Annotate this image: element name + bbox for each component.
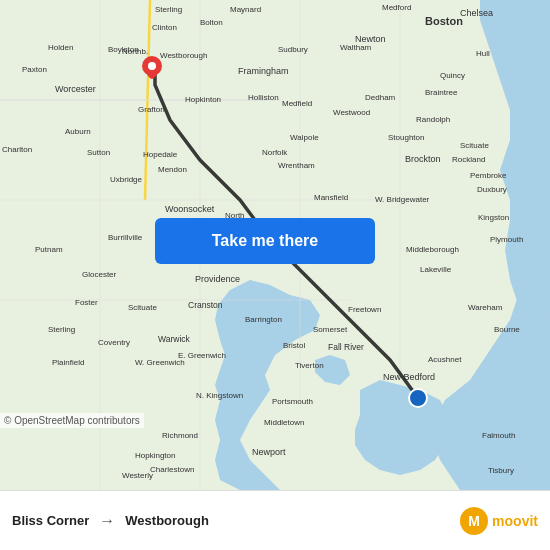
svg-text:Bristol: Bristol — [283, 341, 305, 350]
svg-text:N. Kingstown: N. Kingstown — [196, 391, 243, 400]
origin-label: Bliss Corner — [12, 513, 89, 528]
svg-text:Grafton: Grafton — [138, 105, 165, 114]
svg-text:Hopedale: Hopedale — [143, 150, 178, 159]
svg-text:Portsmouth: Portsmouth — [272, 397, 313, 406]
svg-text:Foster: Foster — [75, 298, 98, 307]
svg-text:Norfolk: Norfolk — [262, 148, 288, 157]
svg-text:Uxbridge: Uxbridge — [110, 175, 143, 184]
svg-text:Rockland: Rockland — [452, 155, 485, 164]
svg-text:Charlestown: Charlestown — [150, 465, 194, 474]
svg-text:Westborough: Westborough — [160, 51, 207, 60]
svg-point-96 — [148, 62, 156, 70]
map-container: Boston Chelsea Newton Framingham Westbor… — [0, 0, 550, 490]
svg-text:Falmouth: Falmouth — [482, 431, 515, 440]
moovit-logo: M moovit — [460, 507, 538, 535]
svg-text:Northb.: Northb. — [122, 47, 148, 56]
svg-text:Coventry: Coventry — [98, 338, 130, 347]
svg-text:Warwick: Warwick — [158, 334, 191, 344]
svg-text:Charlton: Charlton — [2, 145, 32, 154]
svg-text:Holden: Holden — [48, 43, 73, 52]
svg-text:Hopkington: Hopkington — [135, 451, 175, 460]
svg-text:Paxton: Paxton — [22, 65, 47, 74]
svg-text:Richmond: Richmond — [162, 431, 198, 440]
moovit-text: moovit — [492, 513, 538, 529]
svg-text:Tisbury: Tisbury — [488, 466, 514, 475]
svg-text:Kingston: Kingston — [478, 213, 509, 222]
svg-text:Putnam: Putnam — [35, 245, 63, 254]
svg-text:Brockton: Brockton — [405, 154, 441, 164]
take-me-there-button[interactable]: Take me there — [155, 218, 375, 264]
svg-text:Barrington: Barrington — [245, 315, 282, 324]
svg-text:Clinton: Clinton — [152, 23, 177, 32]
svg-text:W. Bridgewater: W. Bridgewater — [375, 195, 430, 204]
svg-text:Randolph: Randolph — [416, 115, 450, 124]
svg-text:Scituate: Scituate — [460, 141, 489, 150]
svg-text:Medford: Medford — [382, 3, 411, 12]
svg-text:Lakeville: Lakeville — [420, 265, 452, 274]
svg-text:Pembroke: Pembroke — [470, 171, 507, 180]
svg-text:Middletown: Middletown — [264, 418, 304, 427]
svg-text:Woonsocket: Woonsocket — [165, 204, 215, 214]
svg-text:Holliston: Holliston — [248, 93, 279, 102]
svg-text:Hull: Hull — [476, 49, 490, 58]
svg-text:Freetown: Freetown — [348, 305, 381, 314]
svg-text:Framingham: Framingham — [238, 66, 289, 76]
svg-text:Walpole: Walpole — [290, 133, 319, 142]
svg-text:Sutton: Sutton — [87, 148, 110, 157]
svg-text:Somerset: Somerset — [313, 325, 348, 334]
svg-text:Fall River: Fall River — [328, 342, 364, 352]
svg-text:Newport: Newport — [252, 447, 286, 457]
svg-text:Braintree: Braintree — [425, 88, 458, 97]
svg-text:Westerly: Westerly — [122, 471, 153, 480]
svg-text:Chelsea: Chelsea — [460, 8, 493, 18]
svg-text:Glocester: Glocester — [82, 270, 117, 279]
svg-text:Scituate: Scituate — [128, 303, 157, 312]
svg-text:Bourne: Bourne — [494, 325, 520, 334]
svg-text:Stoughton: Stoughton — [388, 133, 424, 142]
svg-text:Burrillville: Burrillville — [108, 233, 143, 242]
svg-text:Plainfield: Plainfield — [52, 358, 84, 367]
svg-text:Cranston: Cranston — [188, 300, 223, 310]
moovit-icon: M — [460, 507, 488, 535]
svg-text:Tiverton: Tiverton — [295, 361, 324, 370]
svg-text:Duxbury: Duxbury — [477, 185, 507, 194]
svg-text:Mansfield: Mansfield — [314, 193, 348, 202]
svg-text:Dedham: Dedham — [365, 93, 396, 102]
svg-text:Maynard: Maynard — [230, 5, 261, 14]
svg-text:New Bedford: New Bedford — [383, 372, 435, 382]
svg-text:Sterling: Sterling — [155, 5, 182, 14]
svg-text:Auburn: Auburn — [65, 127, 91, 136]
svg-text:Sudbury: Sudbury — [278, 45, 308, 54]
svg-text:Mendon: Mendon — [158, 165, 187, 174]
svg-text:Acushnet: Acushnet — [428, 355, 462, 364]
svg-text:Bolton: Bolton — [200, 18, 223, 27]
svg-text:Worcester: Worcester — [55, 84, 96, 94]
svg-text:Quincy: Quincy — [440, 71, 465, 80]
bottom-bar: Bliss Corner → Westborough M moovit — [0, 490, 550, 550]
svg-text:Middleborough: Middleborough — [406, 245, 459, 254]
svg-text:Westwood: Westwood — [333, 108, 370, 117]
svg-text:Sterling: Sterling — [48, 325, 75, 334]
svg-text:E. Greenwich: E. Greenwich — [178, 351, 226, 360]
svg-text:Hopkinton: Hopkinton — [185, 95, 221, 104]
svg-text:Boston: Boston — [425, 15, 463, 27]
arrow-icon: → — [99, 512, 115, 530]
svg-text:Wareham: Wareham — [468, 303, 503, 312]
destination-label: Westborough — [125, 513, 209, 528]
svg-text:Waltham: Waltham — [340, 43, 372, 52]
map-attribution: © OpenStreetMap contributors — [0, 413, 144, 428]
svg-text:Providence: Providence — [195, 274, 240, 284]
svg-text:Wrentham: Wrentham — [278, 161, 315, 170]
svg-text:Medfield: Medfield — [282, 99, 312, 108]
svg-text:Plymouth: Plymouth — [490, 235, 523, 244]
svg-point-97 — [409, 389, 427, 407]
